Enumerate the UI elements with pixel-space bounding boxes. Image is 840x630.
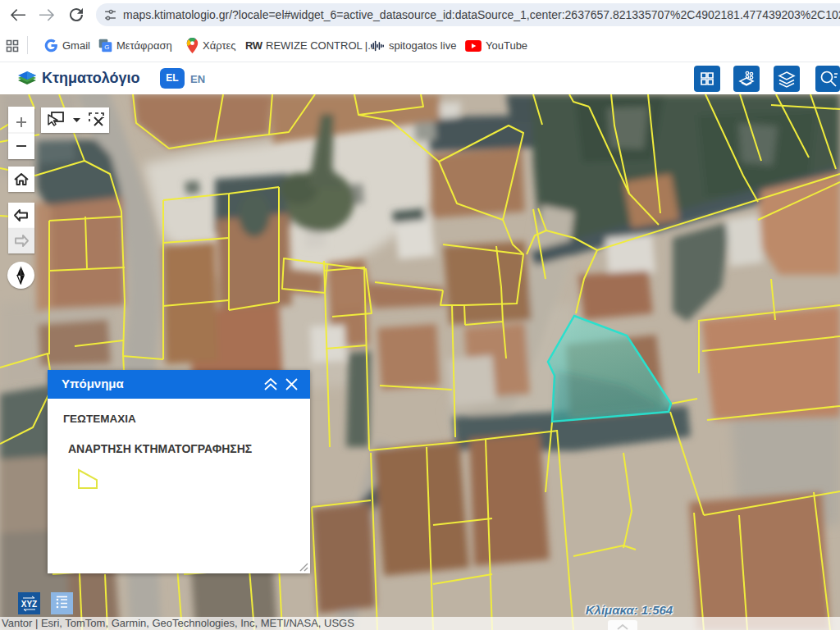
svg-text:G: G: [104, 43, 109, 51]
svg-text:XYZ: XYZ: [21, 600, 37, 609]
